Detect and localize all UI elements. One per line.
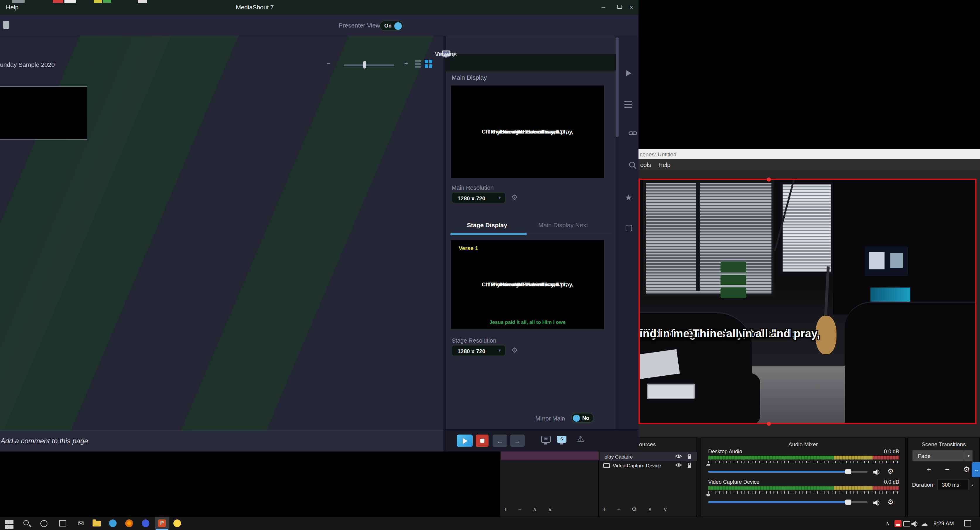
tab-main-display-next[interactable]: Main Display Next — [538, 221, 588, 228]
list-view-icon[interactable] — [415, 60, 421, 68]
transition-add-remove-config[interactable]: + − ⚙ — [927, 465, 976, 474]
comment-placeholder[interactable]: Add a comment to this page — [1, 437, 88, 445]
spinner-arrows-icon[interactable]: ▴▾ — [969, 480, 975, 491]
search-glyph — [628, 161, 637, 169]
network-icon[interactable] — [903, 521, 910, 527]
eye-icon[interactable] — [675, 463, 682, 467]
volume-slider[interactable] — [708, 468, 867, 474]
video-scene-green-box — [721, 262, 746, 272]
mail-app-icon[interactable]: ✉ — [78, 519, 87, 529]
obs-window-title: cenes: Untitled — [640, 151, 676, 158]
file-explorer-icon[interactable] — [92, 520, 101, 527]
zoom-slider-thumb[interactable] — [363, 61, 366, 68]
comment-bar[interactable]: Add a comment to this page — [0, 430, 444, 452]
panel-divider[interactable] — [444, 36, 446, 452]
star-icon[interactable]: ★ — [624, 193, 633, 202]
obs-source-handle-bottom[interactable] — [767, 421, 771, 425]
channel-level: 0.0 dB — [884, 449, 899, 454]
gear-icon[interactable]: ⚙ — [511, 346, 518, 354]
panel-scrollbar[interactable] — [616, 36, 619, 429]
obs-source-bound-bottom[interactable] — [638, 423, 977, 424]
obs-menu-tools[interactable]: ools — [640, 162, 651, 168]
stop-button[interactable] — [476, 435, 488, 447]
obs-source-handle-top[interactable] — [767, 177, 771, 181]
play-tool-icon[interactable] — [624, 68, 633, 78]
clock[interactable]: 9:29 AM — [929, 520, 958, 527]
menu-help[interactable]: Help — [6, 3, 19, 11]
grid-view-icon[interactable] — [425, 60, 432, 68]
gear-icon[interactable]: ⚙ — [511, 193, 518, 201]
obs-scenes-toolbar[interactable]: + − ∧ ∨ — [504, 506, 557, 514]
obs-source-bound-left[interactable] — [638, 178, 640, 424]
tray-chevron-icon[interactable]: ∧ — [886, 520, 889, 527]
obs-source-row[interactable]: play Capture — [600, 452, 697, 461]
speaker-icon[interactable] — [873, 469, 881, 476]
warning-icon[interactable]: ⚠ — [577, 434, 584, 443]
teamviewer-panel-icon[interactable]: ↔ — [972, 462, 980, 477]
obs-source-row[interactable]: Video Capture Device — [600, 461, 697, 470]
transport-bar: ← → M S ⚠ — [446, 429, 638, 452]
previous-slide-button[interactable]: ← — [493, 435, 507, 447]
main-resolution-label: Main Resolution — [452, 185, 493, 191]
zoom-in-icon[interactable]: + — [404, 60, 408, 67]
obs-menu-help[interactable]: Help — [659, 162, 670, 168]
eye-icon[interactable] — [675, 454, 682, 458]
lock-icon[interactable] — [687, 463, 692, 468]
stage-box-icon[interactable] — [624, 224, 633, 233]
taskbar-search-icon[interactable] — [24, 520, 33, 529]
action-center-icon[interactable] — [964, 520, 971, 527]
chevron-down-icon: ▾ — [498, 348, 501, 353]
task-view-icon[interactable] — [59, 520, 66, 527]
obs-video-canvas[interactable]: I hear the Savior say, "Thy strength ind… — [640, 180, 975, 423]
gear-icon[interactable]: ⚙ — [888, 498, 894, 506]
playlist-icon[interactable] — [624, 100, 633, 109]
volume-slider[interactable] — [708, 499, 867, 505]
obs-sources-toolbar[interactable]: + − ⚙ ∧ ∨ — [603, 506, 672, 514]
teamviewer-tray-icon[interactable] — [894, 520, 902, 527]
close-button[interactable]: × — [627, 3, 636, 11]
zoom-slider-track[interactable] — [344, 64, 394, 66]
minimize-button[interactable]: – — [599, 3, 608, 11]
taskbar: ✉ P ∧ ☁ 9:29 AM — [0, 517, 980, 530]
firefox-app-icon[interactable] — [126, 519, 133, 527]
lock-icon[interactable] — [687, 454, 692, 459]
script-area[interactable]: unday Sample 2020 − + .Blank — [0, 36, 444, 430]
obs-scene-row-selected[interactable] — [501, 451, 599, 460]
duration-input[interactable]: 300 ms ▴▾ — [937, 479, 969, 490]
scrollbar-thumb[interactable] — [616, 38, 619, 137]
video-scene-tv-upper-panel2 — [890, 253, 903, 268]
volume-icon[interactable] — [912, 520, 919, 527]
active-app-icon[interactable]: P — [158, 519, 166, 527]
mirror-main-toggle[interactable]: No — [571, 413, 594, 423]
obs-source-bound-top[interactable] — [638, 178, 977, 180]
transitions-title: Scene Transitions — [908, 441, 979, 447]
spinner-arrows-icon[interactable]: ▴▾ — [964, 450, 972, 461]
transition-select[interactable]: Fade ▴▾ — [912, 450, 973, 462]
duration-label: Duration — [912, 481, 933, 488]
app-icon[interactable] — [173, 519, 181, 527]
play-button[interactable] — [457, 435, 473, 447]
main-display-monitor-icon[interactable]: M — [541, 436, 550, 443]
next-slide-button[interactable]: → — [510, 435, 525, 447]
stage-resolution-dropdown[interactable]: 1280 x 720 ▾ — [452, 345, 506, 356]
stage-display-monitor-icon[interactable]: S — [557, 436, 566, 443]
gear-icon[interactable]: ⚙ — [888, 467, 894, 476]
speaker-icon[interactable] — [873, 500, 881, 506]
edge-app-icon[interactable] — [109, 519, 116, 527]
search-icon[interactable] — [624, 161, 633, 170]
slider-handle[interactable] — [846, 499, 851, 505]
slider-handle[interactable] — [846, 469, 851, 474]
meter-ruler — [708, 461, 899, 463]
thumbnail-zoom-controls: − + — [323, 59, 444, 70]
zoom-out-icon[interactable]: − — [327, 60, 331, 67]
presenter-view-toggle[interactable]: On — [380, 21, 404, 31]
app-icon[interactable] — [142, 519, 150, 527]
start-button[interactable] — [5, 520, 14, 529]
document-icon[interactable] — [3, 21, 10, 29]
main-resolution-dropdown[interactable]: 1280 x 720 ▾ — [452, 192, 506, 203]
obs-source-bound-right[interactable] — [975, 178, 977, 424]
tab-stage-display[interactable]: Stage Display — [467, 221, 507, 228]
link-icon[interactable] — [624, 130, 633, 139]
slide-thumbnail[interactable] — [0, 86, 87, 140]
cortana-icon[interactable] — [40, 520, 48, 527]
